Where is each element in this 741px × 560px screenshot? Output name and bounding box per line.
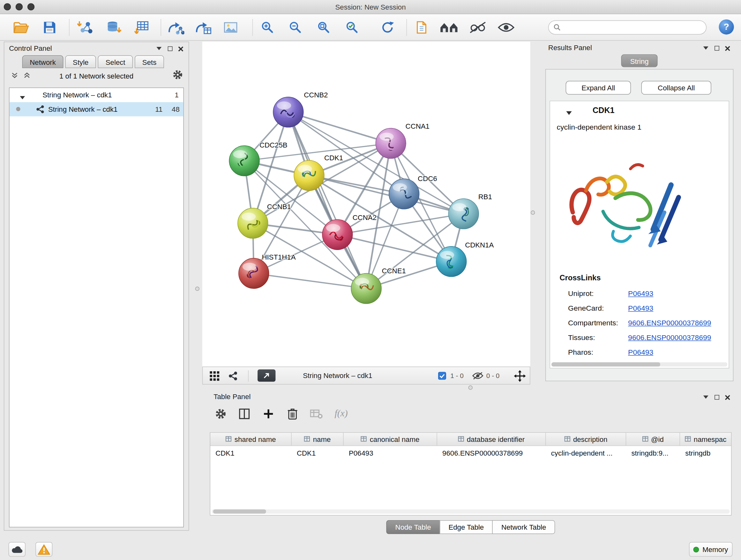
delete-table-icon-disabled	[309, 407, 323, 421]
network-node-ccnb2[interactable]	[273, 97, 304, 127]
delete-column-icon[interactable]	[285, 407, 299, 421]
network-node-cdkn1a[interactable]	[436, 246, 467, 277]
duplicate-icon[interactable]	[411, 18, 432, 37]
tissues-link[interactable]: 9606.ENSP00000378699	[628, 333, 711, 342]
table-panel-float-icon[interactable]	[714, 394, 720, 401]
network-node-rb1[interactable]	[448, 199, 479, 229]
control-panel-close-icon[interactable]	[177, 45, 184, 52]
results-panel-menu-caret-icon[interactable]	[702, 45, 709, 52]
expand-all-button[interactable]: Expand All	[566, 81, 631, 95]
zoom-selected-icon[interactable]	[342, 18, 362, 37]
show-columns-icon[interactable]	[237, 407, 251, 421]
network-node-ccna1[interactable]	[376, 128, 406, 159]
zoom-in-icon[interactable]	[257, 18, 278, 37]
control-panel-header: Control Panel	[4, 42, 189, 55]
table-horizontal-scrollbar[interactable]	[212, 509, 730, 513]
hide-panels-icon[interactable]	[468, 18, 488, 37]
results-panel-float-icon[interactable]	[714, 45, 720, 52]
network-share-icon	[36, 105, 45, 115]
genecard-link[interactable]: P06493	[628, 304, 653, 313]
zoom-fit-icon[interactable]	[313, 18, 334, 37]
zoom-out-icon[interactable]	[285, 18, 306, 37]
grid-view-icon[interactable]	[209, 371, 220, 382]
open-session-icon[interactable]	[11, 18, 31, 37]
tab-sets[interactable]: Sets	[135, 55, 164, 68]
network-view[interactable]: CCNB2CCNA1CDC25BCDK1CDC6RB1CCNB1CCNA2CDK…	[202, 42, 530, 367]
network-node-cdc25b[interactable]	[229, 145, 259, 176]
compartments-link[interactable]: 9606.ENSP00000378699	[628, 319, 711, 327]
new-network-icon[interactable]	[165, 18, 186, 37]
network-node-ccne1[interactable]	[351, 273, 381, 304]
table-panel-menu-caret-icon[interactable]	[702, 394, 709, 401]
control-panel-float-icon[interactable]	[167, 45, 174, 52]
pharos-link[interactable]: P06493	[628, 348, 653, 357]
network-selection-status: 1 of 1 Network selected	[4, 72, 189, 80]
search-input[interactable]	[548, 20, 706, 35]
tab-network-table[interactable]: Network Table	[492, 520, 555, 534]
refresh-icon[interactable]	[377, 18, 398, 37]
add-column-icon[interactable]	[261, 407, 275, 421]
network-collection-row[interactable]: String Network – cdk1 1	[10, 88, 184, 102]
tree-expand-caret-icon[interactable]	[20, 93, 25, 101]
tab-edge-table[interactable]: Edge Table	[440, 520, 493, 534]
collapse-all-button[interactable]: Collapse All	[642, 81, 711, 95]
selected-checkbox-icon[interactable]	[438, 372, 446, 381]
network-node-cdc6[interactable]	[389, 179, 419, 209]
left-splitter-handle[interactable]	[195, 287, 199, 291]
column-header-canonical-name[interactable]: canonical name	[344, 433, 437, 445]
hidden-eye-slash-icon[interactable]	[472, 372, 483, 381]
network-node-ccna2[interactable]	[322, 219, 353, 250]
network-share-view-icon[interactable]	[228, 371, 238, 382]
table-options-gear-icon[interactable]	[213, 407, 227, 421]
cell-namespace[interactable]: stringdb	[680, 449, 731, 456]
column-header-id[interactable]: @id	[626, 433, 680, 445]
tab-network[interactable]: Network	[22, 55, 64, 68]
tab-select[interactable]: Select	[98, 55, 133, 68]
birdseye-view-button[interactable]	[258, 369, 275, 382]
home-icon[interactable]	[439, 18, 459, 37]
cell-canonical-name[interactable]: P06493	[344, 449, 437, 456]
column-header-name[interactable]: name	[292, 433, 344, 445]
cell-description[interactable]: cyclin-dependent ...	[546, 449, 626, 456]
table-row[interactable]: CDK1 CDK1 P06493 9606.ENSP00000378699 cy…	[210, 446, 731, 459]
save-session-icon[interactable]	[39, 18, 60, 37]
export-image-icon[interactable]	[220, 18, 241, 37]
memory-button[interactable]: Memory	[689, 542, 732, 557]
column-header-shared-name[interactable]: shared name	[210, 433, 292, 445]
import-table-icon[interactable]	[131, 18, 152, 37]
cell-name[interactable]: CDK1	[292, 449, 344, 456]
tab-style[interactable]: Style	[65, 55, 96, 68]
import-database-icon[interactable]	[103, 18, 124, 37]
cell-database-identifier[interactable]: 9606.ENSP00000378699	[437, 449, 546, 456]
card-horizontal-scrollbar[interactable]	[551, 362, 727, 367]
column-header-description[interactable]: description	[546, 433, 626, 445]
pan-move-icon[interactable]	[514, 370, 526, 383]
cell-id[interactable]: stringdb:9...	[626, 449, 680, 456]
bottom-splitter-handle[interactable]	[468, 385, 473, 389]
uniprot-link[interactable]: P06493	[628, 290, 653, 298]
export-network-icon[interactable]	[193, 18, 213, 37]
help-button[interactable]: ?	[719, 19, 734, 35]
network-options-gear-icon[interactable]	[173, 70, 183, 81]
results-panel-close-icon[interactable]	[724, 45, 731, 52]
tab-string[interactable]: String	[621, 54, 658, 67]
import-network-icon[interactable]	[75, 18, 95, 37]
window-title: Session: New Session	[0, 0, 741, 14]
network-node-cdk1[interactable]	[294, 160, 324, 191]
warnings-button[interactable]	[36, 542, 52, 557]
network-row-selected[interactable]: String Network – cdk1 11 48	[10, 102, 184, 116]
network-node-hist1h1a[interactable]	[239, 258, 269, 289]
cell-shared-name[interactable]: CDK1	[210, 449, 292, 456]
tab-node-table[interactable]: Node Table	[386, 520, 440, 534]
right-splitter-handle[interactable]	[531, 210, 535, 214]
cloud-sync-button[interactable]	[9, 542, 25, 557]
control-panel-menu-caret-icon[interactable]	[155, 45, 162, 52]
protein-card-caret-icon[interactable]	[566, 109, 572, 117]
network-canvas[interactable]: CCNB2CCNA1CDC25BCDK1CDC6RB1CCNB1CCNA2CDK…	[202, 42, 530, 367]
column-type-icon	[226, 435, 232, 443]
network-node-ccnb1[interactable]	[238, 208, 268, 239]
column-header-namespace[interactable]: namespac	[680, 433, 731, 445]
column-header-database-identifier[interactable]: database identifier	[437, 433, 546, 445]
show-panels-icon[interactable]	[495, 18, 516, 37]
table-panel-close-icon[interactable]	[724, 394, 731, 401]
